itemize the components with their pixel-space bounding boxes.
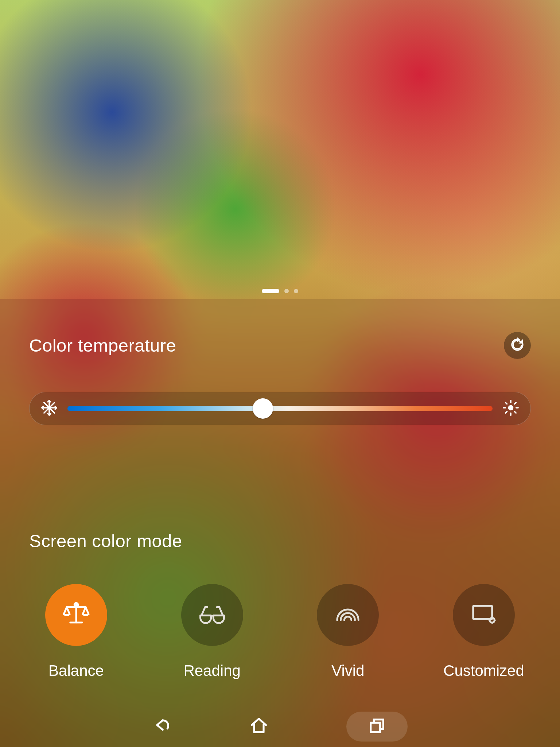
- mode-circle[interactable]: [453, 584, 515, 646]
- svg-line-6: [514, 411, 516, 413]
- display-settings-icon: [470, 600, 498, 630]
- rainbow-icon: [334, 600, 362, 630]
- svg-line-8: [514, 403, 516, 404]
- back-icon: [152, 716, 171, 737]
- preview-carousel-indicator[interactable]: [0, 289, 560, 293]
- mode-circle[interactable]: [181, 584, 243, 646]
- svg-line-5: [506, 403, 507, 404]
- home-icon: [249, 716, 268, 737]
- recent-apps-icon: [368, 716, 386, 737]
- color-temperature-slider[interactable]: [29, 392, 531, 425]
- svg-point-0: [508, 405, 514, 411]
- color-temperature-title: Color temperature: [29, 335, 176, 356]
- sun-icon: [503, 400, 519, 417]
- reset-button[interactable]: [504, 332, 531, 359]
- color-temperature-section: Color temperature: [0, 332, 560, 425]
- mode-option-vivid[interactable]: Vivid: [301, 584, 395, 680]
- svg-rect-13: [473, 606, 492, 619]
- screen-color-mode-section: Screen color mode Balance: [0, 531, 560, 680]
- screen-color-mode-title: Screen color mode: [29, 531, 531, 551]
- back-button[interactable]: [152, 716, 171, 737]
- recent-apps-button[interactable]: [346, 712, 408, 742]
- glasses-icon: [198, 600, 226, 630]
- mode-option-balance[interactable]: Balance: [29, 584, 123, 680]
- carousel-dot[interactable]: [284, 289, 289, 293]
- mode-circle[interactable]: [317, 584, 379, 646]
- system-navigation-bar: [0, 706, 560, 747]
- refresh-icon: [510, 337, 525, 353]
- carousel-dot[interactable]: [294, 289, 298, 293]
- mode-circle[interactable]: [45, 584, 107, 646]
- mode-label: Customized: [443, 662, 524, 680]
- home-button[interactable]: [249, 716, 268, 737]
- mode-label: Vivid: [331, 662, 364, 680]
- mode-label: Balance: [48, 662, 104, 680]
- balance-scale-icon: [62, 600, 90, 630]
- carousel-dot[interactable]: [262, 289, 279, 293]
- svg-rect-15: [371, 723, 380, 732]
- mode-label: Reading: [183, 662, 240, 680]
- slider-track[interactable]: [67, 406, 493, 411]
- mode-option-customized[interactable]: Customized: [437, 584, 531, 680]
- mode-option-reading[interactable]: Reading: [165, 584, 259, 680]
- slider-thumb[interactable]: [253, 398, 273, 419]
- svg-line-7: [506, 411, 507, 413]
- snowflake-icon: [41, 400, 57, 417]
